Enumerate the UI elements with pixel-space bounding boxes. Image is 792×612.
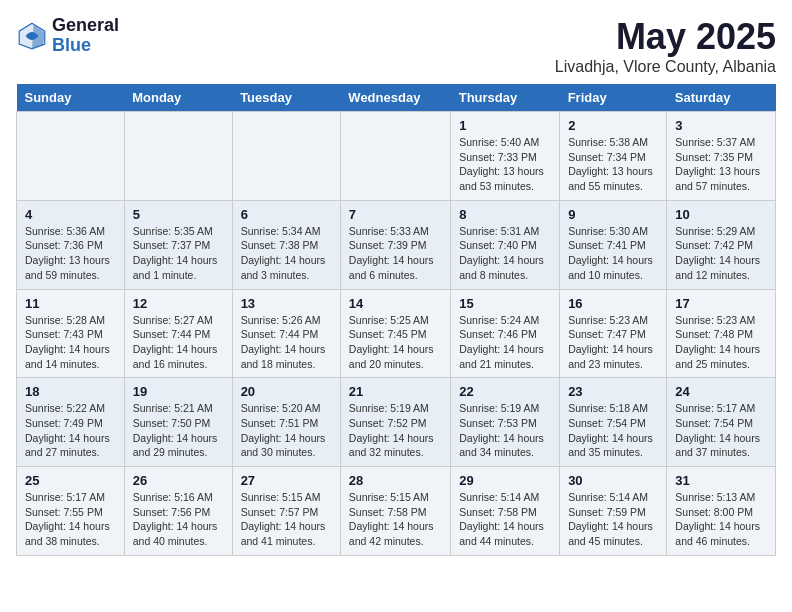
calendar-cell: 8Sunrise: 5:31 AM Sunset: 7:40 PM Daylig… xyxy=(451,200,560,289)
calendar-cell: 30Sunrise: 5:14 AM Sunset: 7:59 PM Dayli… xyxy=(560,467,667,556)
calendar-cell xyxy=(124,112,232,201)
day-info: Sunrise: 5:17 AM Sunset: 7:54 PM Dayligh… xyxy=(675,401,767,460)
day-number: 26 xyxy=(133,473,224,488)
day-info: Sunrise: 5:16 AM Sunset: 7:56 PM Dayligh… xyxy=(133,490,224,549)
logo-icon xyxy=(16,20,48,52)
day-number: 18 xyxy=(25,384,116,399)
month-title: May 2025 xyxy=(555,16,776,58)
location-title: Livadhja, Vlore County, Albania xyxy=(555,58,776,76)
day-number: 27 xyxy=(241,473,332,488)
calendar-cell: 12Sunrise: 5:27 AM Sunset: 7:44 PM Dayli… xyxy=(124,289,232,378)
calendar-cell: 7Sunrise: 5:33 AM Sunset: 7:39 PM Daylig… xyxy=(340,200,450,289)
header-sunday: Sunday xyxy=(17,84,125,112)
calendar-cell: 6Sunrise: 5:34 AM Sunset: 7:38 PM Daylig… xyxy=(232,200,340,289)
day-info: Sunrise: 5:13 AM Sunset: 8:00 PM Dayligh… xyxy=(675,490,767,549)
day-info: Sunrise: 5:17 AM Sunset: 7:55 PM Dayligh… xyxy=(25,490,116,549)
day-info: Sunrise: 5:25 AM Sunset: 7:45 PM Dayligh… xyxy=(349,313,442,372)
day-number: 24 xyxy=(675,384,767,399)
calendar-cell: 20Sunrise: 5:20 AM Sunset: 7:51 PM Dayli… xyxy=(232,378,340,467)
calendar-cell: 17Sunrise: 5:23 AM Sunset: 7:48 PM Dayli… xyxy=(667,289,776,378)
calendar-cell: 4Sunrise: 5:36 AM Sunset: 7:36 PM Daylig… xyxy=(17,200,125,289)
day-info: Sunrise: 5:20 AM Sunset: 7:51 PM Dayligh… xyxy=(241,401,332,460)
day-number: 7 xyxy=(349,207,442,222)
logo-general-text: General xyxy=(52,16,119,36)
day-info: Sunrise: 5:14 AM Sunset: 7:58 PM Dayligh… xyxy=(459,490,551,549)
calendar-cell: 29Sunrise: 5:14 AM Sunset: 7:58 PM Dayli… xyxy=(451,467,560,556)
day-number: 9 xyxy=(568,207,658,222)
day-info: Sunrise: 5:26 AM Sunset: 7:44 PM Dayligh… xyxy=(241,313,332,372)
day-number: 2 xyxy=(568,118,658,133)
calendar-cell: 24Sunrise: 5:17 AM Sunset: 7:54 PM Dayli… xyxy=(667,378,776,467)
calendar-cell: 5Sunrise: 5:35 AM Sunset: 7:37 PM Daylig… xyxy=(124,200,232,289)
day-info: Sunrise: 5:24 AM Sunset: 7:46 PM Dayligh… xyxy=(459,313,551,372)
header-wednesday: Wednesday xyxy=(340,84,450,112)
title-area: May 2025 Livadhja, Vlore County, Albania xyxy=(555,16,776,76)
calendar-cell: 25Sunrise: 5:17 AM Sunset: 7:55 PM Dayli… xyxy=(17,467,125,556)
day-info: Sunrise: 5:23 AM Sunset: 7:48 PM Dayligh… xyxy=(675,313,767,372)
day-number: 30 xyxy=(568,473,658,488)
week-row-3: 11Sunrise: 5:28 AM Sunset: 7:43 PM Dayli… xyxy=(17,289,776,378)
day-info: Sunrise: 5:31 AM Sunset: 7:40 PM Dayligh… xyxy=(459,224,551,283)
day-number: 10 xyxy=(675,207,767,222)
week-row-2: 4Sunrise: 5:36 AM Sunset: 7:36 PM Daylig… xyxy=(17,200,776,289)
day-info: Sunrise: 5:14 AM Sunset: 7:59 PM Dayligh… xyxy=(568,490,658,549)
week-row-5: 25Sunrise: 5:17 AM Sunset: 7:55 PM Dayli… xyxy=(17,467,776,556)
calendar-table: SundayMondayTuesdayWednesdayThursdayFrid… xyxy=(16,84,776,556)
day-info: Sunrise: 5:19 AM Sunset: 7:52 PM Dayligh… xyxy=(349,401,442,460)
calendar-cell: 10Sunrise: 5:29 AM Sunset: 7:42 PM Dayli… xyxy=(667,200,776,289)
day-number: 13 xyxy=(241,296,332,311)
day-number: 31 xyxy=(675,473,767,488)
day-number: 6 xyxy=(241,207,332,222)
header-thursday: Thursday xyxy=(451,84,560,112)
calendar-cell: 15Sunrise: 5:24 AM Sunset: 7:46 PM Dayli… xyxy=(451,289,560,378)
day-number: 28 xyxy=(349,473,442,488)
calendar-cell: 1Sunrise: 5:40 AM Sunset: 7:33 PM Daylig… xyxy=(451,112,560,201)
day-info: Sunrise: 5:15 AM Sunset: 7:58 PM Dayligh… xyxy=(349,490,442,549)
day-number: 4 xyxy=(25,207,116,222)
day-number: 20 xyxy=(241,384,332,399)
day-info: Sunrise: 5:18 AM Sunset: 7:54 PM Dayligh… xyxy=(568,401,658,460)
calendar-cell: 21Sunrise: 5:19 AM Sunset: 7:52 PM Dayli… xyxy=(340,378,450,467)
logo-blue-text: Blue xyxy=(52,36,119,56)
day-number: 23 xyxy=(568,384,658,399)
calendar-cell: 31Sunrise: 5:13 AM Sunset: 8:00 PM Dayli… xyxy=(667,467,776,556)
day-info: Sunrise: 5:33 AM Sunset: 7:39 PM Dayligh… xyxy=(349,224,442,283)
day-number: 14 xyxy=(349,296,442,311)
calendar-cell xyxy=(340,112,450,201)
day-info: Sunrise: 5:27 AM Sunset: 7:44 PM Dayligh… xyxy=(133,313,224,372)
calendar-cell: 3Sunrise: 5:37 AM Sunset: 7:35 PM Daylig… xyxy=(667,112,776,201)
calendar-cell xyxy=(17,112,125,201)
header-tuesday: Tuesday xyxy=(232,84,340,112)
day-info: Sunrise: 5:23 AM Sunset: 7:47 PM Dayligh… xyxy=(568,313,658,372)
day-info: Sunrise: 5:38 AM Sunset: 7:34 PM Dayligh… xyxy=(568,135,658,194)
day-info: Sunrise: 5:30 AM Sunset: 7:41 PM Dayligh… xyxy=(568,224,658,283)
calendar-cell: 23Sunrise: 5:18 AM Sunset: 7:54 PM Dayli… xyxy=(560,378,667,467)
day-number: 3 xyxy=(675,118,767,133)
day-number: 1 xyxy=(459,118,551,133)
day-number: 8 xyxy=(459,207,551,222)
day-info: Sunrise: 5:21 AM Sunset: 7:50 PM Dayligh… xyxy=(133,401,224,460)
calendar-cell: 18Sunrise: 5:22 AM Sunset: 7:49 PM Dayli… xyxy=(17,378,125,467)
header: General Blue May 2025 Livadhja, Vlore Co… xyxy=(16,16,776,76)
day-number: 22 xyxy=(459,384,551,399)
day-number: 19 xyxy=(133,384,224,399)
calendar-cell: 13Sunrise: 5:26 AM Sunset: 7:44 PM Dayli… xyxy=(232,289,340,378)
day-info: Sunrise: 5:40 AM Sunset: 7:33 PM Dayligh… xyxy=(459,135,551,194)
day-info: Sunrise: 5:35 AM Sunset: 7:37 PM Dayligh… xyxy=(133,224,224,283)
calendar-cell: 22Sunrise: 5:19 AM Sunset: 7:53 PM Dayli… xyxy=(451,378,560,467)
day-number: 5 xyxy=(133,207,224,222)
day-info: Sunrise: 5:15 AM Sunset: 7:57 PM Dayligh… xyxy=(241,490,332,549)
day-number: 25 xyxy=(25,473,116,488)
logo-text: General Blue xyxy=(52,16,119,56)
day-info: Sunrise: 5:19 AM Sunset: 7:53 PM Dayligh… xyxy=(459,401,551,460)
day-info: Sunrise: 5:37 AM Sunset: 7:35 PM Dayligh… xyxy=(675,135,767,194)
day-number: 15 xyxy=(459,296,551,311)
week-row-4: 18Sunrise: 5:22 AM Sunset: 7:49 PM Dayli… xyxy=(17,378,776,467)
day-info: Sunrise: 5:34 AM Sunset: 7:38 PM Dayligh… xyxy=(241,224,332,283)
calendar-cell: 16Sunrise: 5:23 AM Sunset: 7:47 PM Dayli… xyxy=(560,289,667,378)
day-info: Sunrise: 5:36 AM Sunset: 7:36 PM Dayligh… xyxy=(25,224,116,283)
day-number: 21 xyxy=(349,384,442,399)
calendar-cell xyxy=(232,112,340,201)
calendar-cell: 2Sunrise: 5:38 AM Sunset: 7:34 PM Daylig… xyxy=(560,112,667,201)
calendar-cell: 9Sunrise: 5:30 AM Sunset: 7:41 PM Daylig… xyxy=(560,200,667,289)
